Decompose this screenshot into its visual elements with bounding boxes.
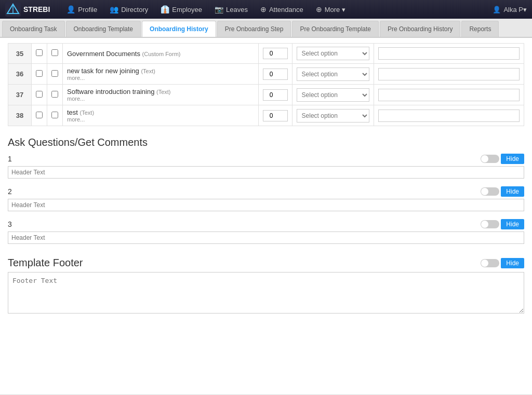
row-checkbox-2[interactable] — [51, 49, 58, 56]
task-select[interactable]: Select option — [297, 109, 369, 122]
tab-onboarding-template[interactable]: Onboarding Template — [66, 21, 141, 37]
footer-title: Template Footer — [8, 257, 83, 269]
task-select[interactable]: Select option — [297, 67, 369, 81]
task-table: 35 Government Documents (Custom Form) — [8, 43, 524, 126]
task-number-input[interactable] — [263, 110, 288, 121]
nav-leaves[interactable]: 📷 Leaves — [208, 0, 254, 19]
question-row-2: 2 Hide — [8, 186, 524, 211]
text-cell — [374, 105, 524, 126]
nav-employee[interactable]: 👔 Employee — [154, 0, 208, 19]
question-row-1: 1 Hide — [8, 154, 524, 179]
row-checkbox-2[interactable] — [51, 91, 58, 98]
nav-user[interactable]: 👤 Alka P▾ — [493, 6, 527, 13]
question-row-3: 3 Hide — [8, 219, 524, 244]
task-type: (Text) — [80, 110, 95, 116]
tab-pre-onboarding-step[interactable]: Pre Onboarding Step — [217, 21, 291, 37]
checkbox-cell — [32, 64, 47, 85]
select-cell: Select option — [292, 44, 374, 64]
row-checkbox-1[interactable] — [36, 91, 43, 98]
table-row: 38 test (Text) more... — [8, 105, 524, 126]
hide-button-1[interactable]: Hide — [501, 154, 524, 164]
task-type: (Text) — [141, 68, 155, 74]
nav-items: 👤 Profile 👥 Directory 👔 Employee 📷 Leave… — [60, 0, 493, 19]
table-row: 37 Software introduction training (Text)… — [8, 85, 524, 105]
tab-onboarding-task[interactable]: Onboarding Task — [2, 21, 65, 37]
more-link[interactable]: more... — [67, 75, 254, 81]
nav-more[interactable]: ⊕ More ▾ — [310, 0, 352, 19]
checkbox-cell-2 — [47, 105, 63, 126]
attendance-icon: ⊕ — [260, 5, 267, 13]
toggle-switch-2[interactable] — [481, 187, 499, 196]
row-checkbox-1[interactable] — [36, 70, 43, 77]
tab-bar: Onboarding Task Onboarding Template Onbo… — [0, 19, 532, 38]
task-number-input[interactable] — [263, 69, 288, 80]
more-link[interactable]: more... — [67, 96, 254, 102]
toggle-switch-3[interactable] — [481, 220, 499, 228]
task-number-input[interactable] — [263, 89, 288, 101]
top-navigation: STREBI 👤 Profile 👥 Directory 👔 Employee … — [0, 0, 532, 19]
row-checkbox-1[interactable] — [36, 49, 43, 56]
footer-section: Template Footer Hide — [8, 257, 524, 315]
task-name-cell: Software introduction training (Text) mo… — [63, 85, 259, 105]
question-num-row: 1 Hide — [8, 154, 524, 164]
row-number: 38 — [8, 105, 32, 126]
text-cell — [374, 85, 524, 105]
toggle-switch-1[interactable] — [481, 155, 499, 163]
task-text-input[interactable] — [378, 68, 520, 80]
num-input-cell — [258, 105, 292, 126]
header-text-input-2[interactable] — [8, 199, 524, 211]
checkbox-cell — [32, 105, 47, 126]
task-type: (Custom Form) — [142, 51, 181, 57]
tab-onboarding-history[interactable]: Onboarding History — [142, 21, 216, 37]
row-checkbox-1[interactable] — [36, 112, 43, 118]
question-number-1: 1 — [8, 155, 12, 163]
task-text-input[interactable] — [378, 89, 520, 101]
checkbox-cell-2 — [47, 44, 63, 64]
row-number: 36 — [8, 64, 32, 85]
profile-icon: 👤 — [66, 5, 75, 13]
question-number-2: 2 — [8, 187, 12, 196]
task-name-cell: test (Text) more... — [63, 105, 259, 126]
checkbox-cell-2 — [47, 64, 63, 85]
hide-button-2[interactable]: Hide — [501, 186, 524, 197]
num-input-cell — [258, 85, 292, 105]
footer-header-row: Template Footer Hide — [8, 257, 524, 269]
nav-attendance[interactable]: ⊕ Attendance — [254, 0, 310, 19]
task-name-cell: new task for new joining (Text) more... — [63, 64, 259, 85]
footer-hide-button[interactable]: Hide — [501, 258, 524, 268]
row-checkbox-2[interactable] — [51, 70, 58, 77]
header-text-input-1[interactable] — [8, 166, 524, 179]
leaves-icon: 📷 — [215, 5, 223, 13]
main-content: 35 Government Documents (Custom Form) — [0, 38, 532, 394]
checkbox-cell-2 — [47, 85, 63, 105]
task-select[interactable]: Select option — [297, 47, 369, 60]
row-checkbox-2[interactable] — [51, 112, 58, 118]
user-icon: 👤 — [493, 6, 501, 13]
num-input-cell — [258, 64, 292, 85]
question-num-row: 3 Hide — [8, 219, 524, 229]
tab-pre-onboarding-template[interactable]: Pre Onboarding Template — [292, 21, 379, 37]
row-number: 37 — [8, 85, 32, 105]
task-text-input[interactable] — [378, 47, 520, 60]
brand-name: STREBI — [23, 5, 50, 13]
checkbox-cell — [32, 85, 47, 105]
tab-pre-onboarding-history[interactable]: Pre Onboarding History — [380, 21, 460, 37]
footer-toggle-switch[interactable] — [481, 259, 499, 267]
question-number-3: 3 — [8, 220, 12, 228]
hide-btn-wrap-2: Hide — [481, 186, 524, 197]
tab-reports[interactable]: Reports — [461, 21, 499, 37]
table-row: 36 new task for new joining (Text) more.… — [8, 64, 524, 85]
text-cell — [374, 64, 524, 85]
task-text-input[interactable] — [378, 110, 520, 122]
question-num-row: 2 Hide — [8, 186, 524, 197]
header-text-input-3[interactable] — [8, 231, 524, 244]
footer-textarea[interactable] — [8, 272, 524, 314]
nav-profile[interactable]: 👤 Profile — [60, 0, 103, 19]
task-name-cell: Government Documents (Custom Form) — [63, 44, 259, 64]
task-type: (Text) — [156, 89, 171, 95]
nav-directory[interactable]: 👥 Directory — [103, 0, 154, 19]
task-number-input[interactable] — [263, 48, 288, 59]
more-link[interactable]: more... — [67, 116, 254, 122]
task-select[interactable]: Select option — [297, 88, 369, 102]
hide-button-3[interactable]: Hide — [501, 219, 524, 229]
